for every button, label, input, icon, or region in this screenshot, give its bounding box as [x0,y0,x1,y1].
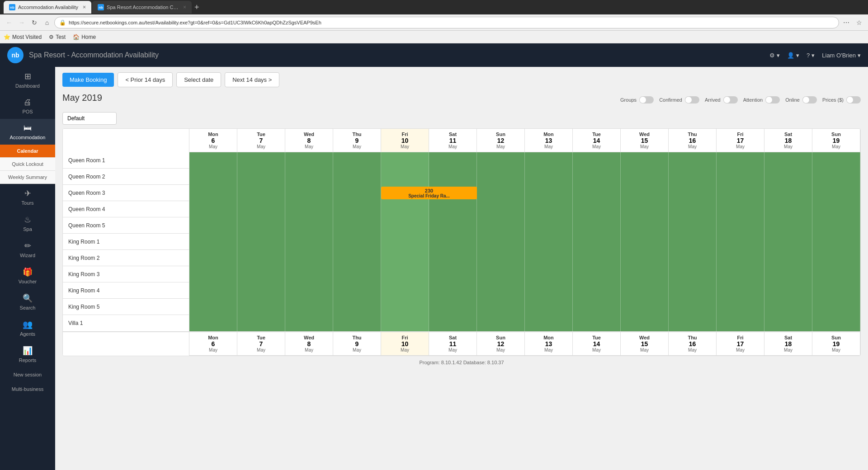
cal-cell-2-13[interactable] [812,185,860,201]
cal-cell-0-6[interactable] [477,152,525,169]
cal-cell-2-8[interactable] [573,185,621,201]
cal-cell-0-10[interactable] [669,152,717,169]
cal-cell-6-3[interactable] [333,250,381,266]
cal-cell-5-1[interactable] [237,234,285,250]
bookmark-button[interactable]: ☆ [854,17,864,28]
cal-cell-6-0[interactable] [189,250,237,266]
cal-cell-7-1[interactable] [237,266,285,282]
cal-cell-0-11[interactable] [717,152,764,169]
cal-cell-4-12[interactable] [764,217,812,234]
cal-cell-10-7[interactable] [525,315,573,331]
cal-cell-3-11[interactable] [717,201,764,217]
toggle-0[interactable] [639,96,654,103]
sidebar-sub-item-weekly-summary[interactable]: Weekly Summary [0,171,55,184]
cal-cell-4-7[interactable] [525,217,573,234]
cal-cell-4-0[interactable] [189,217,237,234]
cal-cell-7-6[interactable] [477,266,525,282]
sidebar-item-new-session[interactable]: New session [0,367,55,382]
cal-cell-5-6[interactable] [477,234,525,250]
cal-cell-7-13[interactable] [812,266,860,282]
toggle-5[interactable] [846,96,861,103]
cal-cell-10-2[interactable] [285,315,333,331]
cal-cell-1-3[interactable] [333,169,381,185]
cal-cell-2-6[interactable] [477,185,525,201]
cal-cell-1-7[interactable] [525,169,573,185]
cal-cell-9-5[interactable] [429,299,477,315]
cal-cell-10-8[interactable] [573,315,621,331]
cal-cell-4-13[interactable] [812,217,860,234]
cal-cell-8-11[interactable] [717,282,764,299]
cal-cell-7-2[interactable] [285,266,333,282]
cal-cell-0-12[interactable] [764,152,812,169]
cal-cell-5-0[interactable] [189,234,237,250]
cal-cell-8-5[interactable] [429,282,477,299]
cal-cell-8-3[interactable] [333,282,381,299]
cal-cell-6-2[interactable] [285,250,333,266]
cal-cell-7-7[interactable] [525,266,573,282]
cal-cell-8-12[interactable] [764,282,812,299]
cal-cell-4-8[interactable] [573,217,621,234]
cal-cell-0-2[interactable] [285,152,333,169]
cal-cell-3-8[interactable] [573,201,621,217]
bookmark-most-visited[interactable]: ⭐ Most Visited [4,34,42,40]
cal-cell-6-11[interactable] [717,250,764,266]
next-14-days-button[interactable]: Next 14 days > [225,72,279,87]
cal-cell-4-5[interactable] [429,217,477,234]
cal-cell-10-3[interactable] [333,315,381,331]
bookmark-home[interactable]: 🏠 Home [73,34,96,40]
user-name-button[interactable]: Liam O'Brien ▾ [822,52,861,59]
cal-cell-5-8[interactable] [573,234,621,250]
cal-cell-2-10[interactable] [669,185,717,201]
new-tab-button[interactable]: + [194,3,199,12]
cal-cell-1-6[interactable] [477,169,525,185]
back-button[interactable]: ← [4,17,14,28]
view-dropdown[interactable]: Default [62,112,117,125]
cal-cell-8-0[interactable] [189,282,237,299]
cal-cell-1-10[interactable] [669,169,717,185]
cal-cell-8-6[interactable] [477,282,525,299]
cal-cell-7-10[interactable] [669,266,717,282]
cal-cell-5-10[interactable] [669,234,717,250]
cal-cell-0-9[interactable] [621,152,669,169]
cal-cell-3-7[interactable] [525,201,573,217]
cal-cell-2-11[interactable] [717,185,764,201]
cal-cell-10-0[interactable] [189,315,237,331]
cal-cell-1-8[interactable] [573,169,621,185]
cal-cell-8-2[interactable] [285,282,333,299]
cal-cell-0-3[interactable] [333,152,381,169]
sidebar-item-tours[interactable]: ✈Tours [0,184,55,210]
cal-cell-9-10[interactable] [669,299,717,315]
cal-cell-7-3[interactable] [333,266,381,282]
cal-cell-6-8[interactable] [573,250,621,266]
cal-cell-9-11[interactable] [717,299,764,315]
cal-cell-3-5[interactable] [429,201,477,217]
cal-cell-0-5[interactable] [429,152,477,169]
cal-cell-2-0[interactable] [189,185,237,201]
cal-cell-4-6[interactable] [477,217,525,234]
cal-cell-4-3[interactable] [333,217,381,234]
user-button[interactable]: 👤 ▾ [787,52,799,59]
cal-cell-10-6[interactable] [477,315,525,331]
cal-cell-9-8[interactable] [573,299,621,315]
cal-cell-6-12[interactable] [764,250,812,266]
cal-cell-5-9[interactable] [621,234,669,250]
cal-cell-0-1[interactable] [237,152,285,169]
sidebar-item-pos[interactable]: 🖨POS [0,93,55,119]
cal-cell-9-4[interactable] [381,299,429,315]
cal-cell-2-9[interactable] [621,185,669,201]
cal-cell-10-9[interactable] [621,315,669,331]
toggle-3[interactable] [765,96,780,103]
cal-cell-9-6[interactable] [477,299,525,315]
cal-cell-9-9[interactable] [621,299,669,315]
cal-cell-3-0[interactable] [189,201,237,217]
cal-cell-6-6[interactable] [477,250,525,266]
cal-cell-3-1[interactable] [237,201,285,217]
cal-cell-1-13[interactable] [812,169,860,185]
forward-button[interactable]: → [16,17,27,28]
url-bar[interactable]: 🔒 https://secure.netbookings.com.au/test… [54,17,839,28]
cal-cell-5-3[interactable] [333,234,381,250]
cal-cell-9-2[interactable] [285,299,333,315]
cal-cell-10-4[interactable] [381,315,429,331]
cal-cell-8-7[interactable] [525,282,573,299]
cal-cell-4-9[interactable] [621,217,669,234]
